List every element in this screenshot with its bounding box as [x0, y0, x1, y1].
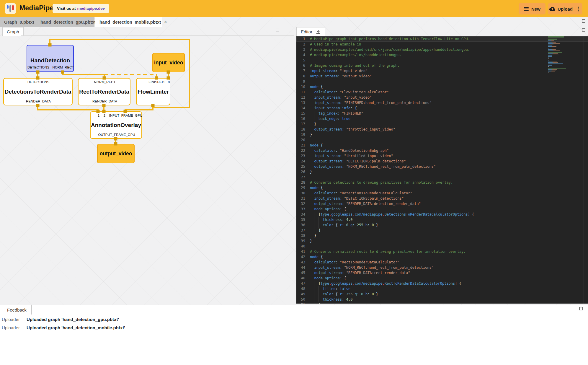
- line-text: output_stream: "throttled_input_video": [309, 127, 395, 132]
- code-line-32[interactable]: 32output_stream: "RENDER_DATA:detection_…: [296, 201, 588, 206]
- code-line-18[interactable]: 18output_stream: "throttled_input_video": [296, 127, 588, 132]
- code-line-28[interactable]: 28# Converts detections to drawing primi…: [296, 180, 588, 185]
- code-line-3[interactable]: 3# mediapipie/examples/android/src/java/…: [296, 47, 588, 52]
- code-line-45[interactable]: 45output_stream: "RENDER_DATA:rect_rende…: [296, 270, 588, 276]
- graph-node-FlowLimiter[interactable]: FlowLimiterFINISHED0: [136, 78, 170, 105]
- code-line-29[interactable]: 29node {: [296, 185, 588, 190]
- graph-node-RectToRenderData[interactable]: RectToRenderDataNORM_RECTRENDER_DATA: [78, 78, 130, 105]
- editor-scrollbar[interactable]: [584, 36, 584, 304]
- line-number: 3: [296, 47, 309, 52]
- code-line-30[interactable]: 30calculator: "DetectionsToRenderDataCal…: [296, 190, 588, 196]
- code-line-37[interactable]: 37}: [296, 228, 588, 233]
- code-line-24[interactable]: 24output_stream: "DETECTIONS:palm_detect…: [296, 159, 588, 164]
- code-line-15[interactable]: 15tag_index: "FINISHED": [296, 111, 588, 116]
- feedback-panel-tab[interactable]: Feedback: [2, 305, 32, 315]
- graph-node-input_video[interactable]: input_video: [152, 53, 185, 72]
- code-line-35[interactable]: 35thickness: 4.0: [296, 217, 588, 222]
- editor-panel-tab[interactable]: Editor: [296, 27, 325, 36]
- maximize-graph-icon[interactable]: [276, 29, 279, 32]
- code-line-27[interactable]: 27: [296, 175, 588, 180]
- code-line-13[interactable]: 13input_stream: "FINISHED:hand_rect_from…: [296, 100, 588, 105]
- code-line-12[interactable]: 12input_stream: "input_video": [296, 95, 588, 100]
- file-tab-Graph_0.pbtxt[interactable]: Graph_0.pbtxt✕: [0, 17, 36, 27]
- line-number: 1: [296, 36, 309, 42]
- mediapipe-logo-icon: [5, 3, 16, 14]
- code-line-10[interactable]: 10node {: [296, 84, 588, 89]
- line-text: }: [309, 238, 312, 244]
- graph-node-AnnotationOverlay[interactable]: AnnotationOverlay12INPUT_FRAME_GPUOUTPUT…: [90, 111, 142, 139]
- code-line-44[interactable]: 44input_stream: "NORM_RECT:hand_rect_fro…: [296, 265, 588, 270]
- code-line-1[interactable]: 1# MediaPipe graph that performs hand de…: [296, 36, 588, 42]
- code-lines[interactable]: 1# MediaPipe graph that performs hand de…: [296, 36, 588, 304]
- line-text: calculator: "HandDetectionSubgraph": [309, 148, 389, 153]
- code-line-41[interactable]: 41# Converts normalized rects to drawing…: [296, 249, 588, 254]
- code-line-25[interactable]: 25output_stream: "NORM_RECT:hand_rect_fr…: [296, 164, 588, 169]
- code-line-2[interactable]: 2# Used in the example in: [296, 42, 588, 47]
- node-title: DetectionsToRenderData: [5, 89, 71, 95]
- file-tab-hand_detection_mobile.pbtxt[interactable]: hand_detection_mobile.pbtxt✕: [95, 17, 162, 27]
- file-tab-label: hand_detection_mobile.pbtxt: [99, 19, 161, 25]
- code-line-40[interactable]: 40: [296, 244, 588, 249]
- code-line-17[interactable]: 17}: [296, 121, 588, 127]
- mediapipe-dev-link[interactable]: mediapipe.dev: [77, 6, 105, 11]
- feedback-message: Uploaded graph 'hand_detection_gpu.pbtxt…: [27, 317, 119, 322]
- graph-node-HandDetection[interactable]: HandDetectionDETECTIONSNORM_RECT: [27, 45, 74, 72]
- code-line-11[interactable]: 11calculator: "FlowLimiterCalculator": [296, 89, 588, 95]
- line-number: 47: [296, 281, 309, 286]
- code-line-6[interactable]: 6# Images coming into and out of the gra…: [296, 63, 588, 68]
- code-line-21[interactable]: 21node {: [296, 143, 588, 148]
- node-title: RectToRenderData: [79, 89, 129, 95]
- code-line-34[interactable]: 34[type.googleapis.com/mediapipe.Detecti…: [296, 212, 588, 217]
- editor-minimap[interactable]: [548, 36, 584, 73]
- code-line-8[interactable]: 8output_stream: "output_video": [296, 74, 588, 79]
- graph-node-DetectionsToRenderData[interactable]: DetectionsToRenderDataDETECTIONSRENDER_D…: [3, 78, 73, 105]
- maximize-tabbar-icon[interactable]: [582, 19, 585, 23]
- line-number: 2: [296, 42, 309, 47]
- code-line-51[interactable]: 51}: [296, 302, 588, 304]
- new-button[interactable]: New: [519, 3, 545, 14]
- code-line-36[interactable]: 36color { r: 0 g: 255 b: 0 }: [296, 222, 588, 228]
- code-line-14[interactable]: 14input_stream_info: {: [296, 105, 588, 111]
- code-line-50[interactable]: 50thickness: 4.0: [296, 297, 588, 302]
- line-text: # Images coming into and out of the grap…: [309, 63, 399, 68]
- code-line-4[interactable]: 4# mediapipie/examples/ios/handdetection…: [296, 52, 588, 58]
- code-line-23[interactable]: 23input_stream: "throttled_input_video": [296, 153, 588, 159]
- graph-panel-tab[interactable]: Graph: [2, 27, 24, 36]
- code-line-19[interactable]: 19}: [296, 132, 588, 137]
- code-line-46[interactable]: 46node_options: {: [296, 276, 588, 281]
- upload-button[interactable]: Upload ⋮: [548, 3, 582, 14]
- code-line-43[interactable]: 43calculator: "RectToRenderDataCalculato…: [296, 260, 588, 265]
- code-line-33[interactable]: 33node_options: {: [296, 206, 588, 212]
- port-label-RENDER_DATA: RENDER_DATA: [92, 100, 117, 103]
- code-line-26[interactable]: 26}: [296, 169, 588, 175]
- line-number: 41: [296, 249, 309, 254]
- code-line-22[interactable]: 22calculator: "HandDetectionSubgraph": [296, 148, 588, 153]
- cloud-upload-icon: [549, 6, 555, 12]
- close-tab-icon[interactable]: ✕: [164, 20, 167, 24]
- code-line-20[interactable]: 20: [296, 137, 588, 143]
- line-number: 28: [296, 180, 309, 185]
- upload-more-icon[interactable]: ⋮: [576, 6, 581, 12]
- code-line-16[interactable]: 16back_edge: true: [296, 116, 588, 121]
- code-editor[interactable]: 1# MediaPipe graph that performs hand de…: [296, 36, 588, 304]
- line-text: color { r: 0 g: 255 b: 0 }: [309, 222, 378, 228]
- code-line-38[interactable]: 38}: [296, 233, 588, 238]
- port-label-2: 2: [104, 114, 105, 117]
- code-line-7[interactable]: 7input_stream: "input_video": [296, 68, 588, 74]
- code-line-42[interactable]: 42node {: [296, 254, 588, 260]
- code-line-5[interactable]: 5: [296, 58, 588, 63]
- line-text: node {: [309, 84, 323, 89]
- download-icon[interactable]: [316, 29, 321, 34]
- app-header: MediaPipe Visit us at mediapipe.dev New …: [0, 0, 588, 17]
- graph-canvas[interactable]: HandDetectionDETECTIONSNORM_RECTinput_vi…: [0, 36, 294, 305]
- code-line-48[interactable]: 48filled: false: [296, 286, 588, 291]
- code-line-9[interactable]: 9: [296, 79, 588, 84]
- code-line-47[interactable]: 47[type.googleapis.com/mediapipe.RectToR…: [296, 281, 588, 286]
- maximize-editor-icon[interactable]: [582, 28, 585, 32]
- maximize-feedback-icon[interactable]: [579, 307, 583, 310]
- graph-node-output_video[interactable]: output_video: [97, 144, 135, 163]
- file-tab-hand_detection_gpu.pbtxt[interactable]: hand_detection_gpu.pbtxt✕: [36, 17, 94, 27]
- code-line-31[interactable]: 31input_stream: "DETECTIONS:palm_detecti…: [296, 196, 588, 201]
- code-line-49[interactable]: 49color { r: 255 g: 0 b: 0 }: [296, 291, 588, 297]
- code-line-39[interactable]: 39}: [296, 238, 588, 244]
